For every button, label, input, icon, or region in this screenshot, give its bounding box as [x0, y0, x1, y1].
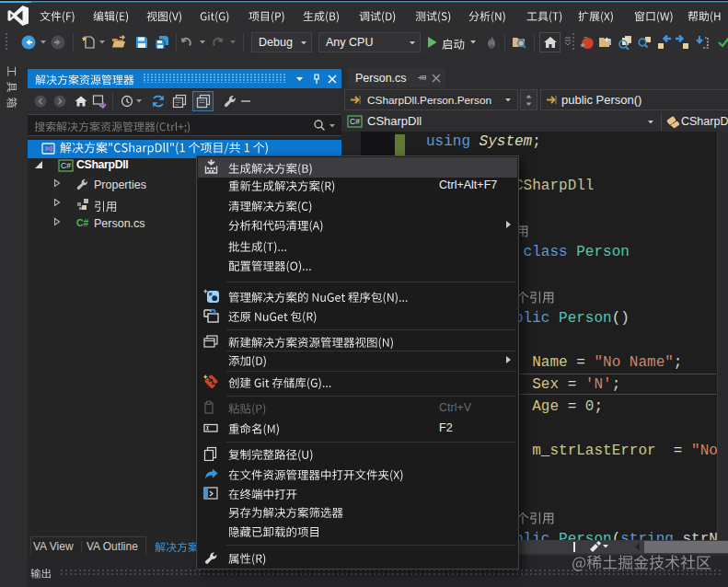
svg-text:C#: C# — [350, 117, 360, 126]
svg-text:C#: C# — [61, 161, 71, 170]
svg-text:C#: C# — [76, 217, 89, 228]
